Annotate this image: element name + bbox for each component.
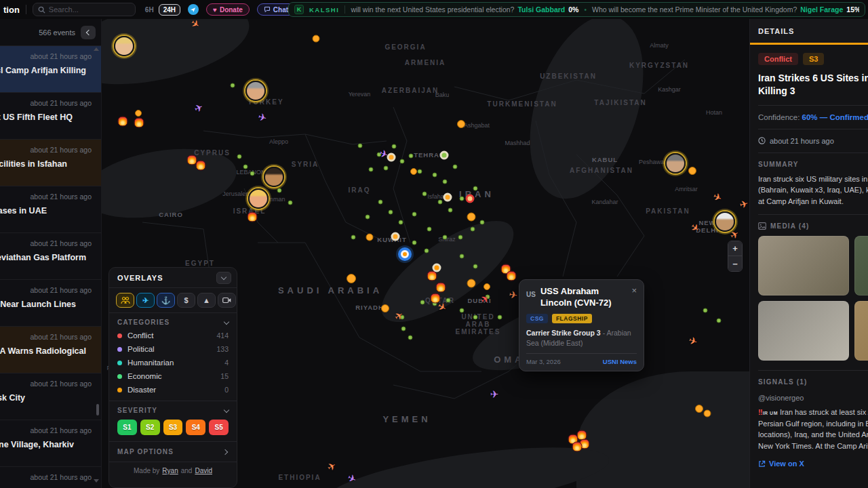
event-item[interactable]: about 21 hours agor Facilities in Isfaha… xyxy=(0,140,101,186)
toggle-people-layer[interactable] xyxy=(116,293,134,308)
ticker-item[interactable]: Who will become the next Prime Minister … xyxy=(592,5,859,14)
map-marker-green-dot[interactable] xyxy=(473,186,478,191)
map-marker-green-dot[interactable] xyxy=(378,200,383,205)
ticker-item[interactable]: will win the next United States presiden… xyxy=(351,5,578,14)
map-marker-selected[interactable] xyxy=(401,250,409,258)
range-24h-button[interactable]: 24H xyxy=(159,4,180,16)
map-options-row[interactable]: MAP OPTIONS xyxy=(109,441,237,462)
event-item[interactable]: about 21 hours agom Bases in UAE xyxy=(0,186,101,233)
map-marker-ringed[interactable] xyxy=(443,193,452,202)
map-marker-leader-avatar[interactable] xyxy=(114,36,134,56)
media-thumb[interactable] xyxy=(854,236,868,296)
scroll-down-icon[interactable] xyxy=(94,479,99,483)
map-marker-ringed[interactable] xyxy=(440,151,449,160)
category-row[interactable]: Conflict414 xyxy=(109,329,237,342)
map-marker-green-dot[interactable] xyxy=(453,165,458,169)
map-marker-orange-dot[interactable] xyxy=(381,304,389,312)
severity-button-s2[interactable]: S2 xyxy=(140,420,160,435)
map-marker-green-dot[interactable] xyxy=(446,298,451,303)
view-on-x-link[interactable]: View on X xyxy=(758,460,868,468)
map-marker-green-dot[interactable] xyxy=(412,212,417,217)
map-marker-green-dot[interactable] xyxy=(412,241,417,245)
map-marker-fire-icon[interactable] xyxy=(248,212,258,222)
map-marker-orange-dot[interactable] xyxy=(688,167,696,175)
map-marker-aircraft-icon[interactable]: ✈ xyxy=(509,289,519,301)
map-marker-fire-icon[interactable] xyxy=(436,283,446,293)
ryan-link[interactable]: Ryan xyxy=(162,467,178,474)
map-marker-aircraft-icon[interactable]: ✈ xyxy=(490,389,499,399)
map-marker-fire-icon[interactable] xyxy=(572,442,583,452)
map-marker-orange-dot[interactable] xyxy=(467,213,476,222)
map-marker-green-dot[interactable] xyxy=(366,215,370,220)
map-marker-green-dot[interactable] xyxy=(400,159,405,164)
toggle-naval-layer[interactable]: ⚓ xyxy=(157,293,175,308)
map-marker-orange-dot[interactable] xyxy=(695,405,703,413)
zoom-out-button[interactable]: − xyxy=(728,256,742,271)
map-marker-green-dot[interactable] xyxy=(717,319,722,323)
map-marker-orange-dot[interactable] xyxy=(366,234,374,241)
categories-header[interactable]: CATEGORIES xyxy=(109,313,237,329)
close-icon[interactable]: × xyxy=(631,286,637,309)
map-marker-leader-avatar[interactable] xyxy=(715,211,735,232)
map-marker-leader-avatar[interactable] xyxy=(665,153,686,174)
severity-button-s4[interactable]: S4 xyxy=(186,420,205,435)
map-marker-ringed[interactable] xyxy=(391,232,400,241)
telegram-button[interactable] xyxy=(188,4,199,15)
media-thumb[interactable] xyxy=(758,301,849,361)
event-item[interactable]: about 21 hours agoon Ops Near Launch Lin… xyxy=(0,280,101,327)
event-item[interactable]: about 21 hours agofor Base, Judicial Sit… xyxy=(0,467,101,488)
severity-button-s1[interactable]: S1 xyxy=(117,420,137,435)
david-link[interactable]: David xyxy=(195,467,212,474)
map-marker-green-dot[interactable] xyxy=(384,166,389,171)
sidebar-collapse-button[interactable] xyxy=(81,26,96,39)
map-marker-green-dot[interactable] xyxy=(498,315,502,320)
toggle-disaster-layer[interactable]: ▲ xyxy=(197,293,216,308)
map-marker-green-dot[interactable] xyxy=(443,235,448,240)
category-row[interactable]: Disaster0 xyxy=(109,383,237,396)
search-box[interactable] xyxy=(33,3,136,16)
map-marker-green-dot[interactable] xyxy=(399,220,403,225)
map-marker-green-dot[interactable] xyxy=(460,197,465,201)
map-marker-green-dot[interactable] xyxy=(389,210,393,215)
map-marker-ringed[interactable] xyxy=(466,195,475,203)
severity-button-s3[interactable]: S3 xyxy=(163,420,183,435)
map-marker-ringed[interactable] xyxy=(433,264,441,272)
map-marker-green-dot[interactable] xyxy=(351,235,356,240)
severity-header[interactable]: SEVERITY xyxy=(109,401,237,417)
map-marker-green-dot[interactable] xyxy=(443,180,448,184)
popup-source-link[interactable]: USNI News xyxy=(603,358,637,365)
toggle-video-layer[interactable] xyxy=(218,293,236,308)
map-marker-leader-avatar[interactable] xyxy=(264,167,284,187)
map-marker-green-dot[interactable] xyxy=(473,315,478,320)
map-marker-fire-icon[interactable] xyxy=(507,271,517,281)
map-marker-green-dot[interactable] xyxy=(401,327,406,331)
map-marker-green-dot[interactable] xyxy=(231,83,235,88)
sidebar-scrollbar[interactable] xyxy=(96,404,99,415)
event-item[interactable]: about 21 hours agoGulf incl Camp Arifjan… xyxy=(0,46,101,93)
map-marker-orange-dot[interactable] xyxy=(410,168,417,175)
map-marker-orange-dot[interactable] xyxy=(135,110,142,117)
map-marker-green-dot[interactable] xyxy=(471,227,475,232)
event-item[interactable]: about 21 hours agoetsk City xyxy=(0,373,101,420)
overlays-collapse-button[interactable] xyxy=(216,272,231,284)
media-thumb[interactable] xyxy=(854,301,868,361)
map-marker-green-dot[interactable] xyxy=(288,201,293,205)
map-marker-green-dot[interactable] xyxy=(473,264,478,269)
map-marker-green-dot[interactable] xyxy=(433,173,437,178)
map-marker-orange-dot[interactable] xyxy=(313,35,320,43)
severity-button-s5[interactable]: S5 xyxy=(209,420,229,435)
map-marker-fire-icon[interactable] xyxy=(427,271,437,281)
map-marker-orange-dot[interactable] xyxy=(467,279,476,288)
map-marker-fire-icon[interactable] xyxy=(431,293,441,304)
map-marker-green-dot[interactable] xyxy=(409,154,414,159)
map-marker-leader-avatar[interactable] xyxy=(245,81,266,101)
category-row[interactable]: Economic15 xyxy=(109,369,237,383)
category-row[interactable]: Political133 xyxy=(109,342,237,356)
map-marker-green-dot[interactable] xyxy=(408,336,413,340)
map-marker-leader-avatar[interactable] xyxy=(248,188,269,209)
map-marker-green-dot[interactable] xyxy=(703,308,708,313)
map-marker-green-dot[interactable] xyxy=(425,249,429,253)
map-marker-green-dot[interactable] xyxy=(422,192,427,197)
map-marker-green-dot[interactable] xyxy=(237,155,242,159)
event-item[interactable]: about 21 hours agoNeskuchne Village, Kha… xyxy=(0,420,101,467)
